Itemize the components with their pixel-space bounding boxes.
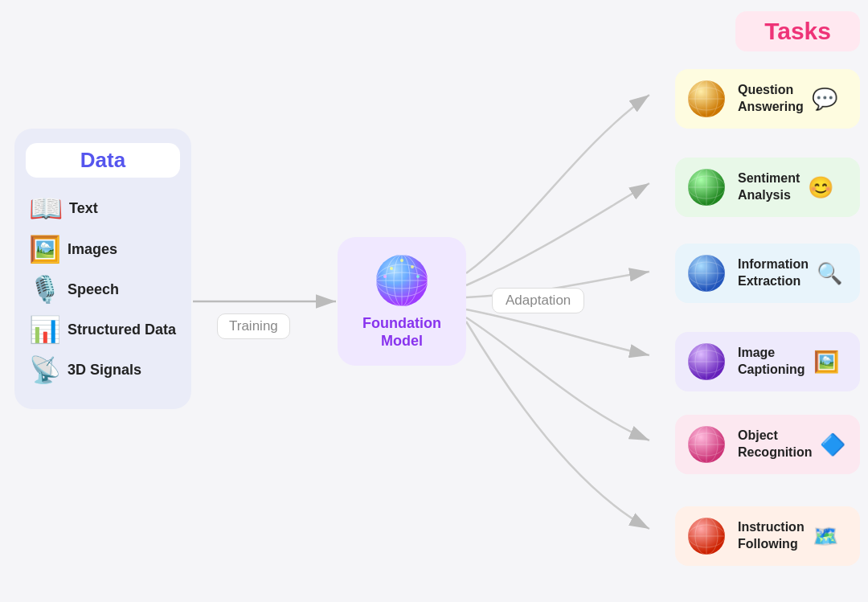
object-icon: 🔷 bbox=[820, 432, 845, 457]
sentiment-label: SentimentAnalysis bbox=[738, 170, 800, 204]
task-card-instruction: InstructionFollowing 🗺️ bbox=[675, 506, 860, 566]
svg-point-9 bbox=[411, 265, 414, 268]
instruction-sphere-icon bbox=[686, 516, 727, 556]
object-sphere-icon bbox=[686, 424, 727, 465]
instruction-label: InstructionFollowing bbox=[738, 519, 805, 553]
data-item-images: 🖼️ Images bbox=[26, 234, 180, 264]
data-item-label: Structured Data bbox=[68, 321, 176, 338]
text-icon: 📖 bbox=[29, 192, 63, 224]
data-item-structured: 📊 Structured Data bbox=[26, 314, 180, 345]
data-item-label: Text bbox=[69, 200, 98, 217]
tasks-header: Tasks bbox=[735, 11, 860, 51]
sentiment-icon: 😊 bbox=[808, 175, 833, 200]
qa-sphere-icon bbox=[686, 79, 727, 119]
data-item-text: 📖 Text bbox=[26, 192, 180, 224]
images-icon: 🖼️ bbox=[29, 234, 61, 264]
qa-icon: 💬 bbox=[812, 87, 837, 112]
data-item-speech: 🎙️ Speech bbox=[26, 274, 180, 305]
caption-label: ImageCaptioning bbox=[738, 345, 805, 379]
svg-point-7 bbox=[390, 267, 393, 270]
object-label: ObjectRecognition bbox=[738, 428, 812, 461]
caption-sphere-icon bbox=[686, 342, 727, 382]
info-sphere-icon bbox=[686, 253, 727, 293]
qa-label: QuestionAnswering bbox=[738, 82, 804, 116]
structured-icon: 📊 bbox=[29, 314, 61, 345]
foundation-sphere-icon bbox=[374, 252, 430, 309]
training-label: Training bbox=[217, 313, 290, 339]
instruction-icon: 🗺️ bbox=[813, 524, 838, 549]
data-panel: Data 📖 Text 🖼️ Images 🎙️ Speech 📊 Struct… bbox=[14, 129, 191, 409]
data-item-label: Images bbox=[68, 241, 117, 258]
task-card-caption: ImageCaptioning 🖼️ bbox=[675, 332, 860, 391]
foundation-model-label: FoundationModel bbox=[362, 315, 441, 350]
foundation-model-box: FoundationModel bbox=[338, 237, 466, 366]
task-card-sentiment: SentimentAnalysis 😊 bbox=[675, 158, 860, 217]
svg-point-11 bbox=[383, 275, 387, 278]
task-card-object: ObjectRecognition 🔷 bbox=[675, 415, 860, 474]
signals-icon: 📡 bbox=[29, 354, 61, 385]
info-icon: 🔍 bbox=[817, 261, 842, 286]
adaptation-label: Adaptation bbox=[492, 288, 584, 313]
task-card-qa: QuestionAnswering 💬 bbox=[675, 69, 860, 129]
task-card-info: InformationExtraction 🔍 bbox=[675, 244, 860, 303]
data-title: Data bbox=[26, 143, 180, 178]
svg-point-10 bbox=[416, 275, 420, 278]
caption-icon: 🖼️ bbox=[813, 350, 839, 375]
data-item-label: Speech bbox=[68, 281, 119, 298]
svg-point-8 bbox=[400, 259, 403, 262]
data-item-label: 3D Signals bbox=[68, 362, 141, 379]
data-item-3dsignals: 📡 3D Signals bbox=[26, 354, 180, 385]
sentiment-sphere-icon bbox=[686, 167, 727, 207]
speech-icon: 🎙️ bbox=[29, 274, 61, 305]
info-label: InformationExtraction bbox=[738, 256, 809, 290]
